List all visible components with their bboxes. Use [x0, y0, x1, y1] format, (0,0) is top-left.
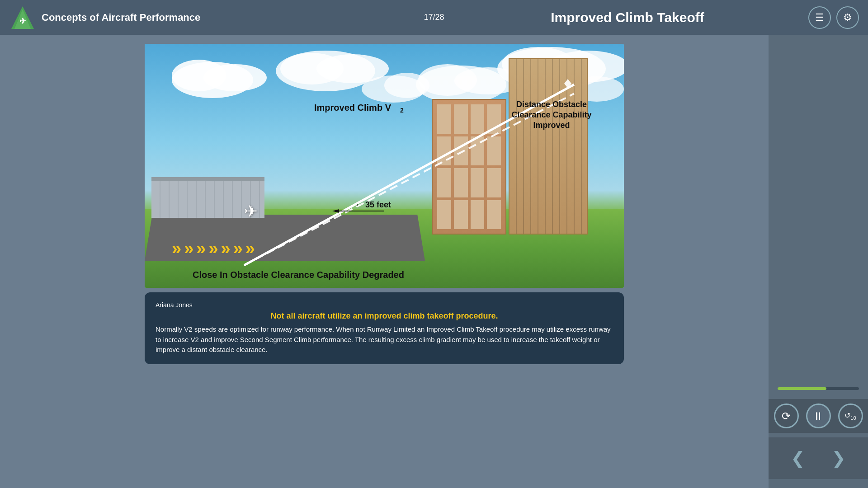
next-button[interactable]: ❯ [825, 445, 852, 472]
svg-text:✈: ✈ [19, 17, 26, 26]
progress-bar-fill [778, 387, 826, 390]
progress-bar-area [769, 383, 868, 394]
narration-text: Normally V2 speeds are optimized for run… [156, 324, 613, 355]
airplane-icon: ✈ [244, 202, 258, 221]
narration-box: Ariana Jones Not all aircraft utilize an… [145, 292, 624, 364]
progress-bar-track [778, 387, 859, 390]
controls-top: ⟳ ⏸ ↺10 [769, 399, 868, 433]
sidebar: ⟳ ⏸ ↺10 ❮ ❯ [769, 35, 868, 488]
app-title: Concepts of Aircraft Performance [42, 12, 200, 23]
menu-button[interactable]: ☰ [808, 6, 831, 29]
header-icons: ☰ ⚙ [808, 6, 859, 29]
runway-markings: » » » » » » » [172, 239, 255, 258]
user-name: Ariana Jones [156, 301, 613, 309]
content-area: » » » » » » » [0, 35, 769, 488]
pause-button[interactable]: ⏸ [806, 404, 831, 428]
building-right [509, 58, 588, 235]
building-left [432, 99, 506, 235]
highlight-text: Not all aircraft utilize an improved cli… [156, 311, 613, 321]
rewind-button[interactable]: ↺10 [838, 404, 863, 428]
replay-button[interactable]: ⟳ [774, 404, 799, 428]
diagram-container: » » » » » » » [145, 44, 624, 288]
settings-button[interactable]: ⚙ [836, 6, 859, 29]
logo-icon: ✈ [9, 4, 36, 31]
controls-bottom: ❮ ❯ [769, 437, 868, 479]
header: ✈ Concepts of Aircraft Performance 17/28… [0, 0, 868, 35]
slide-title: Improved Climb Takeoff [477, 10, 778, 25]
page-counter: 17/28 [424, 13, 444, 22]
logo-area: ✈ Concepts of Aircraft Performance [9, 4, 200, 31]
main-content: » » » » » » » [0, 35, 868, 488]
prev-button[interactable]: ❮ [784, 445, 811, 472]
bottom-area: Ariana Jones Not all aircraft utilize an… [145, 292, 624, 364]
